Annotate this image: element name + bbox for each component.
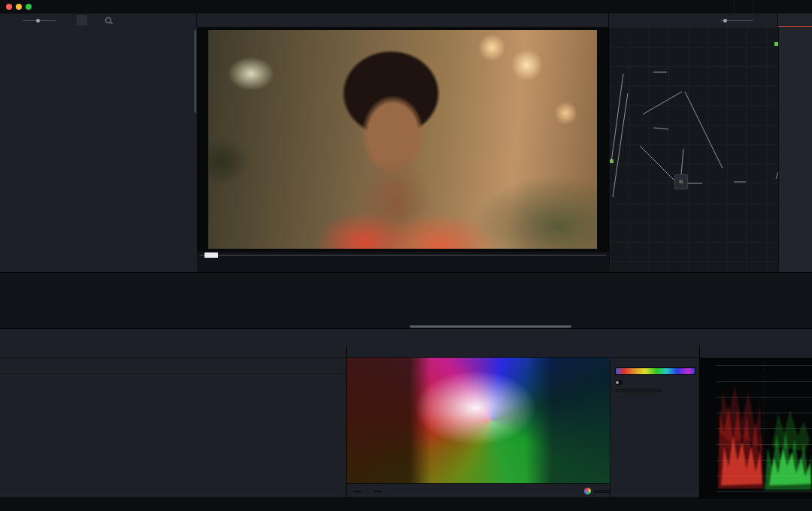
palette-toolbar <box>0 328 812 347</box>
viewer-panel <box>197 27 609 272</box>
warper-hex-mesh[interactable] <box>347 358 610 483</box>
ghost-icon[interactable] <box>222 260 232 271</box>
timeline-scrollbar[interactable] <box>410 325 571 328</box>
warper-bottom-bar <box>347 483 619 498</box>
waveform-traces <box>700 358 812 497</box>
node-graph-panel[interactable]: ⊞ <box>609 27 779 272</box>
sat-divisions-control[interactable] <box>371 491 386 492</box>
gallery-scrollbar[interactable] <box>194 30 196 113</box>
toggle-icon <box>615 380 623 385</box>
bottom-bar <box>0 497 812 511</box>
resolvefx-section-label <box>779 27 812 31</box>
viewer-scrub-bar[interactable] <box>200 254 606 256</box>
tab-library[interactable] <box>778 14 812 28</box>
quick-export-button[interactable] <box>734 0 753 14</box>
still-grab-icon[interactable] <box>5 15 15 26</box>
color-wheels-panel <box>0 346 346 497</box>
davinci-resolve-window: ⊞ <box>0 0 812 511</box>
link-icon[interactable] <box>393 486 404 497</box>
library-panel <box>778 27 812 272</box>
warper-canvas[interactable] <box>347 358 610 483</box>
warper-tools-panel <box>610 358 700 497</box>
window-controls <box>6 4 32 10</box>
grid-view-icon[interactable] <box>77 15 87 26</box>
color-warper-panel <box>346 346 700 497</box>
cursor-tool-icon[interactable] <box>615 15 626 26</box>
scopes-panel <box>699 346 812 497</box>
search-icon[interactable] <box>105 17 111 23</box>
color-model-icon <box>584 488 591 494</box>
list-view-icon[interactable] <box>90 15 101 26</box>
speaker-icon[interactable] <box>235 260 246 271</box>
waveform-scope[interactable] <box>700 358 812 497</box>
viewer-canvas[interactable] <box>197 27 609 252</box>
top-bar <box>0 0 812 14</box>
warper-panel-header <box>347 346 700 358</box>
annotate-icon[interactable] <box>206 260 217 271</box>
secondary-toolbar <box>0 14 812 28</box>
range-gradient-bar[interactable] <box>615 367 695 375</box>
pan-tool-icon[interactable] <box>629 15 639 26</box>
viewer-image <box>208 30 597 249</box>
split-view-icon[interactable] <box>219 15 229 26</box>
node-zoom-slider[interactable] <box>720 20 753 21</box>
close-window-button[interactable] <box>6 4 12 10</box>
transport-controls <box>197 259 609 272</box>
fullscreen-icon[interactable] <box>574 15 584 26</box>
scopes-header <box>700 346 812 358</box>
sort-icon[interactable] <box>63 15 74 26</box>
auto-lock-toggle[interactable] <box>615 378 695 387</box>
node-options-icon[interactable] <box>761 15 771 26</box>
node-junction[interactable]: ⊞ <box>674 174 688 189</box>
stills-grid <box>0 27 197 32</box>
topbar-right <box>734 0 812 14</box>
node-canvas <box>610 27 779 272</box>
timeline-button[interactable] <box>753 0 812 14</box>
timeline-strip <box>0 272 812 329</box>
wheels-panel-header <box>0 346 346 358</box>
viewer-options-icon[interactable] <box>592 15 602 26</box>
point-mode-selector[interactable] <box>615 389 662 392</box>
resolvefx-section-label <box>779 34 812 38</box>
primary-adjustments-row <box>0 358 346 373</box>
single-view-icon[interactable] <box>205 15 216 26</box>
minimize-window-button[interactable] <box>16 4 22 10</box>
gallery-options-icon[interactable] <box>129 15 140 26</box>
gallery-zoom-slider[interactable] <box>23 20 56 21</box>
playhead[interactable] <box>205 252 218 259</box>
expand-icon[interactable] <box>116 15 126 26</box>
gallery-panel <box>0 27 198 272</box>
wheels-footer <box>0 373 346 390</box>
dual-view-icon[interactable] <box>232 15 243 26</box>
maximize-window-button[interactable] <box>26 4 32 10</box>
hue-divisions-control[interactable] <box>351 491 365 492</box>
